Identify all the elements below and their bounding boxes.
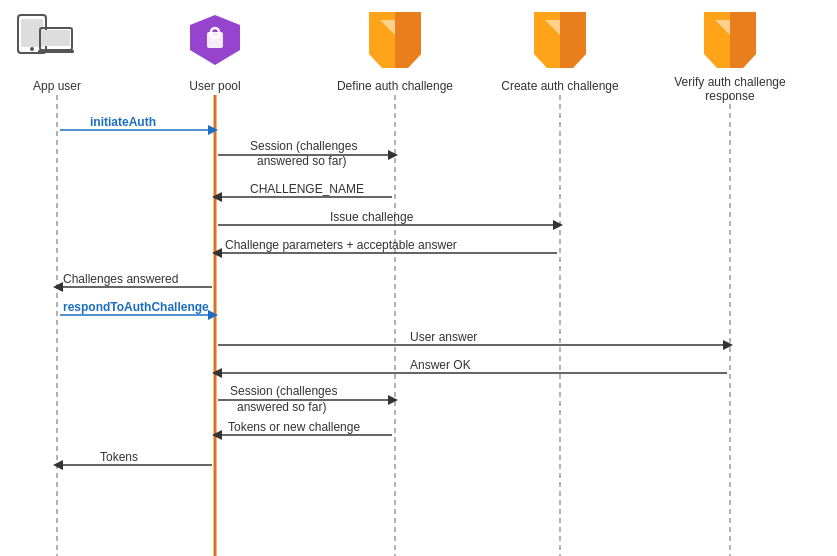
svg-text:User pool: User pool [189,79,240,93]
svg-marker-34 [388,395,398,405]
svg-point-45 [30,47,34,51]
svg-marker-60 [560,12,586,68]
svg-text:Session (challenges: Session (challenges [250,139,357,153]
svg-text:respondToAuthChallenge: respondToAuthChallenge [63,300,209,314]
svg-text:Define auth challenge: Define auth challenge [337,79,453,93]
svg-text:Challenges answered: Challenges answered [63,272,178,286]
svg-text:Verify auth challenge: Verify auth challenge [674,75,786,89]
svg-text:Challenge parameters + accepta: Challenge parameters + acceptable answer [225,238,457,252]
svg-text:Issue challenge: Issue challenge [330,210,414,224]
svg-text:initiateAuth: initiateAuth [90,115,156,129]
svg-text:answered so far): answered so far) [257,154,346,168]
svg-marker-56 [395,12,421,68]
svg-text:Create auth challenge: Create auth challenge [501,79,619,93]
sequence-diagram: initiateAuth Session (challenges answere… [0,0,837,556]
svg-text:User answer: User answer [410,330,477,344]
svg-rect-51 [207,32,223,48]
svg-marker-22 [53,282,63,292]
svg-text:CHALLENGE_NAME: CHALLENGE_NAME [250,182,364,196]
svg-text:Session (challenges: Session (challenges [230,384,337,398]
svg-text:Answer OK: Answer OK [410,358,471,372]
svg-text:App user: App user [33,79,81,93]
svg-text:response: response [705,89,755,103]
svg-marker-64 [730,12,756,68]
svg-marker-9 [388,150,398,160]
svg-marker-28 [723,340,733,350]
svg-rect-48 [38,50,74,53]
svg-text:Tokens or new challenge: Tokens or new challenge [228,420,360,434]
svg-text:Tokens: Tokens [100,450,138,464]
svg-text:answered so far): answered so far) [237,400,326,414]
svg-rect-47 [42,30,70,46]
svg-marker-16 [553,220,563,230]
svg-marker-41 [53,460,63,470]
